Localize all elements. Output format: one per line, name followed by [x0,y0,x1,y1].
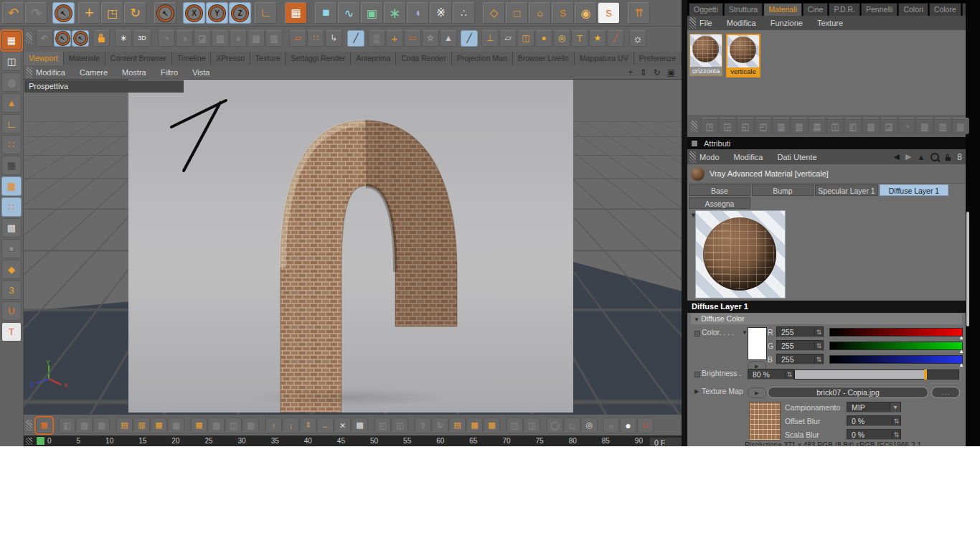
material-header-row[interactable]: Vray Advanced Material [verticale] [687,164,966,184]
axis-arrows-button[interactable]: ⇈ [628,2,650,24]
sound-3-button[interactable]: 3 [1,281,22,300]
magic-wand-button[interactable]: ☆ [422,30,439,47]
key-rot-button[interactable]: ▦ [151,418,167,433]
layer-move-button[interactable]: ↳ [325,30,342,47]
star-tool-button[interactable]: ★ [589,30,606,47]
grid-orange-button[interactable]: ▦ [1,176,22,196]
paint-brush-2-button[interactable]: ╱ [461,30,478,47]
matrix-button[interactable]: ▦ [191,418,207,433]
search-icon[interactable] [930,153,939,161]
layout-button[interactable]: ◫ [1,52,22,71]
play-arrow-button[interactable]: ▲ [1,93,22,113]
move-texture-button[interactable]: + [386,30,403,47]
key-pos-button[interactable]: ▤ [116,418,133,433]
particles-button[interactable]: ∴ [453,2,475,24]
flask-button[interactable]: ⊔ [637,418,654,433]
current-frame-marker[interactable] [36,436,45,446]
stack-button[interactable]: ▤ [449,418,466,433]
diffuse-color-section[interactable]: ▼ Diffuse Color [691,314,962,324]
menu-file[interactable]: File [699,19,712,27]
scrollbar[interactable] [966,212,969,326]
tab-timeline[interactable]: Timeline [172,52,211,65]
menu-camere[interactable]: Camere [80,68,108,77]
mograph-button[interactable]: ∗ [384,2,406,24]
timeline-tick[interactable]: 25 [204,437,212,445]
tab-pennelli[interactable]: Pennelli [861,3,897,16]
y-axis-lock-button[interactable]: Y [206,2,228,24]
color-swatch[interactable] [748,327,767,360]
timeline-tick[interactable]: 15 [138,437,146,445]
chevron-right-icon[interactable]: ▶ [694,388,699,395]
timeline-tick[interactable]: 30 [238,437,246,445]
grid-big-1-button[interactable]: ▩ [466,418,483,433]
render-view-button[interactable]: ▦ [285,2,307,24]
perspective-viewport[interactable]: Prospettiva Y X Z [24,79,682,415]
cross-button[interactable]: × [334,418,351,433]
tab-texture[interactable]: Texture [250,52,286,65]
tab-materiali[interactable]: Materiali [763,3,802,16]
tab-content-browser[interactable]: Content Browser [105,52,172,65]
tab-cine[interactable]: Cine [803,3,829,16]
texture-thumbnail[interactable] [749,402,781,441]
menu-modifica[interactable]: Modifica [727,19,756,27]
menu-modifica[interactable]: Modifica [734,153,763,161]
texture-file-button[interactable]: brick07 - Copia.jpg [768,387,928,398]
tab-p-d-r[interactable]: P.D.R. [829,3,860,16]
move-down-button[interactable]: ↓ [283,418,299,433]
fill-drop-button[interactable]: ● [535,30,552,47]
tab-browser-livello[interactable]: Browser Livello [513,52,575,65]
tab-diffuse-layer-1[interactable]: Diffuse Layer 1 [880,184,948,196]
timeline-tick[interactable]: 0 [47,437,52,445]
coordinate-system-button[interactable]: ∟ [255,2,277,24]
sphere-button[interactable]: ● [620,418,636,433]
timeline-tick[interactable]: 5 [77,437,81,445]
brightness-animate-dot[interactable] [694,372,700,377]
points-grid-button[interactable]: ∷ [1,135,22,154]
eraser-button[interactable]: ▱ [499,30,517,47]
menu-modifica[interactable]: Modifica [36,68,65,77]
magnify-button[interactable]: ◎ [553,30,570,47]
checker-button[interactable]: ▩ [1,218,22,237]
brightness-slider[interactable] [794,369,959,380]
lock-button[interactable] [93,30,110,47]
menu-modo[interactable]: Modo [699,153,720,161]
record-button[interactable]: ▦ [36,418,52,433]
menu-filtro[interactable]: Filtro [161,68,178,77]
selection-tool-button[interactable]: ↖ [154,2,176,24]
texture-options-button[interactable]: ▶ [748,387,766,398]
channel-value-field[interactable]: 255⇅ [776,340,824,351]
slider-marker[interactable]: ▲ [958,334,964,341]
star-brush-button[interactable]: ∗ [115,30,132,47]
key-scale-button[interactable]: ▥ [133,418,150,433]
tab-settaggi-render[interactable]: Settaggi Render [286,52,351,65]
browse-button[interactable]: . . . [931,387,960,398]
timeline-tick[interactable]: 10 [105,437,113,445]
brush-3d-button[interactable]: 3D [133,30,151,47]
tab-base[interactable]: Base [689,184,750,196]
channel-gradient-slider[interactable]: ▲ [829,342,963,350]
camera-rotate-b-button[interactable]: ↖ [72,30,89,47]
zoom-button[interactable]: ◎ [581,418,598,433]
circle-pen-button[interactable]: ○ [529,2,551,24]
timeline-tick[interactable]: 50 [370,437,378,445]
brightness-field[interactable]: 80 %⇅ [748,369,794,380]
material-orizzonta[interactable]: orizzonta [689,34,722,76]
rotate-tool-button[interactable]: ↻ [124,2,146,24]
timeline-tick[interactable]: 80 [569,437,577,445]
z-axis-lock-button[interactable]: Z [229,2,251,24]
tab-materiale[interactable]: Materiale [64,52,105,65]
color-dots-button[interactable]: ∷ [307,30,324,47]
move-tool-button[interactable]: + [78,2,100,24]
menu-mostra[interactable]: Mostra [122,68,146,77]
swap-colors-button[interactable]: ▱ [289,30,306,47]
move-up-button[interactable]: ↑ [265,418,282,433]
timeline-tick[interactable]: 70 [502,437,510,445]
add-cube-button[interactable]: ■ [315,2,337,24]
material-preview-swatch[interactable] [695,210,786,298]
channel-value-field[interactable]: 255⇅ [776,354,824,364]
timeline-ruler[interactable]: 051015202530354045505560657075808590 0 F… [24,435,682,446]
tab-assegna[interactable]: Assegna [689,197,750,209]
lock-icon[interactable] [945,153,951,161]
scale-blur-field[interactable]: 0 %⇅ [847,429,901,440]
rectangle-pen-button[interactable]: □ [506,2,528,24]
